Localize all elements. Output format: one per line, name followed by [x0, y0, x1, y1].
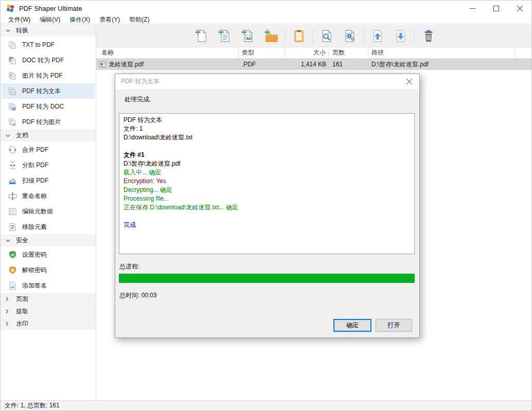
sidebar-item-scan-pdf[interactable]: 扫描 PDF [2, 173, 95, 188]
log-line: Decrypting... 确定 [123, 186, 410, 194]
chevron-down-icon [6, 238, 12, 244]
sidebar-item-remove-elements[interactable]: 移除元素 [2, 219, 95, 235]
toolbar-separator [363, 28, 364, 44]
sidebar-item-unlock-password[interactable]: 解锁密码 [2, 262, 95, 278]
status-bar: 文件: 1, 总页数: 161 [1, 400, 531, 410]
file-size-cell: 1,414 KB [285, 61, 329, 68]
log-line: 完成 [123, 221, 410, 229]
sidebar-item-add-signature[interactable]: 添加签名 [2, 278, 95, 293]
window-titlebar[interactable]: PDF Shaper Ultimate [1, 1, 531, 16]
section-label: 水印 [16, 319, 28, 328]
sidebar-section-document[interactable]: 文档 [1, 130, 96, 141]
pdf-to-image-icon [8, 117, 17, 127]
open-button[interactable]: 打开 [376, 319, 412, 332]
dialog-titlebar[interactable]: PDF 转为文本 [115, 74, 419, 89]
sidebar-item-label: 分割 PDF [22, 161, 48, 170]
sidebar-section-security[interactable]: 安全 [1, 235, 96, 246]
move-down-icon[interactable] [393, 28, 409, 44]
menu-file[interactable]: 文件(W) [4, 16, 35, 24]
add-folder-icon[interactable] [263, 28, 279, 44]
sidebar-item-split-pdf[interactable]: 分割 PDF [2, 157, 95, 173]
sidebar-item-label: 合并 PDF [22, 146, 48, 154]
column-header-path[interactable]: 路径 [368, 47, 515, 59]
menu-edit[interactable]: 编辑(V) [35, 16, 65, 24]
menu-help[interactable]: 帮助(Z) [125, 16, 154, 24]
txt-to-pdf-icon [8, 40, 17, 49]
close-icon[interactable] [508, 1, 531, 16]
section-label: 安全 [16, 236, 28, 245]
table-row[interactable]: 龙岭迷窟.pdf .PDF 1,414 KB 161 D:\暂存\龙岭迷窟.pd… [96, 59, 531, 70]
dialog-close-icon[interactable] [399, 74, 419, 89]
sidebar-section-extract[interactable]: 提取 [1, 306, 96, 317]
paste-icon[interactable] [291, 28, 307, 44]
split-pdf-icon [8, 160, 17, 170]
sidebar-item-edit-metadata[interactable]: 编辑元数据 [2, 204, 95, 219]
sidebar-item-label: 移除元素 [22, 223, 47, 231]
add-image-file-icon[interactable] [240, 28, 256, 44]
menu-actions[interactable]: 操作(X) [65, 16, 95, 24]
sidebar-section-convert[interactable]: 转换 [1, 25, 96, 37]
sidebar-item-set-password[interactable]: 设置密码 [2, 247, 95, 262]
pdf-shaper-window: { "window": { "title": "PDF Shaper Ultim… [0, 0, 532, 411]
sidebar-item-label: TXT to PDF [22, 41, 55, 48]
sidebar-item-image-to-pdf[interactable]: 图片 转为 PDF [2, 68, 95, 83]
pdf-file-icon [99, 61, 106, 68]
add-file-icon[interactable] [194, 28, 209, 44]
sidebar-item-label: DOC 转为 PDF [22, 56, 64, 65]
log-line: D:\download\龙岭迷窟.txt [123, 133, 410, 142]
dialog-status-text: 处理完成. [125, 95, 151, 104]
image-to-pdf-icon [8, 71, 17, 80]
log-line: Processing file... [123, 194, 410, 203]
sidebar-item-txt-to-pdf[interactable]: TXT to PDF [2, 37, 95, 52]
window-controls [460, 1, 531, 16]
log-line [123, 142, 410, 151]
preview-icon[interactable] [319, 28, 334, 44]
sidebar-item-doc-to-pdf[interactable]: W DOC 转为 PDF [2, 52, 95, 68]
delete-icon[interactable] [421, 28, 436, 44]
log-line: 文件: 1 [123, 124, 410, 133]
set-password-icon [8, 250, 17, 259]
log-line: 载入中... 确定 [123, 168, 410, 177]
sidebar-item-label: 设置密码 [22, 251, 47, 259]
column-header-name[interactable]: 名称 [96, 47, 239, 59]
progress-bar-fill [119, 274, 415, 283]
scan-pdf-icon [8, 176, 17, 185]
column-header-pages[interactable]: 页数 [329, 47, 368, 59]
move-up-icon[interactable] [370, 28, 385, 44]
log-line: 正在保存 D:\download\龙岭迷窟.txt... 确定 [123, 203, 410, 212]
sidebar-item-label: 扫描 PDF [22, 176, 48, 185]
chevron-right-icon [6, 309, 12, 315]
menu-view[interactable]: 查看(Y) [95, 16, 125, 24]
sidebar-item-pdf-to-image[interactable]: PDF 转为图片 [2, 114, 95, 130]
maximize-icon[interactable] [484, 1, 508, 16]
log-line: PDF 转为文本 [123, 116, 410, 124]
progress-label: 总进程: [119, 262, 139, 271]
sidebar-item-label: 图片 转为 PDF [22, 72, 63, 80]
conversion-log[interactable]: PDF 转为文本 文件: 1 D:\download\龙岭迷窟.txt 文件 #… [119, 113, 415, 254]
file-path-cell: D:\暂存\龙岭迷窟.pdf [368, 60, 515, 69]
toolbar-separator [285, 28, 285, 44]
sidebar-section-pages[interactable]: 页面 [1, 293, 96, 305]
chevron-down-icon [6, 28, 12, 34]
total-time-label: 总时间: 00:03 [119, 291, 157, 300]
menu-bar: 文件(W) 编辑(V) 操作(X) 查看(Y) 帮助(Z) [1, 16, 531, 24]
chevron-down-icon [6, 133, 12, 139]
sidebar: 转换 TXT to PDF W [1, 25, 96, 400]
sidebar-section-watermark[interactable]: 水印 [1, 318, 96, 330]
doc-to-pdf-icon: W [8, 56, 17, 65]
toolbar-separator [312, 28, 313, 44]
add-text-file-icon[interactable] [217, 28, 233, 44]
ok-button[interactable]: 确定 [333, 319, 371, 332]
minimize-icon[interactable] [460, 1, 484, 16]
sidebar-item-rename[interactable]: 重命名称 [2, 188, 95, 204]
sidebar-item-label: PDF 转为图片 [22, 118, 61, 127]
column-header-type[interactable]: 类型 [239, 47, 285, 59]
log-line: 文件 #1 [123, 151, 410, 159]
sidebar-item-pdf-to-text[interactable]: PDF 转为文本 [2, 83, 95, 99]
process-options-icon[interactable] [342, 28, 358, 44]
merge-pdf-icon [8, 145, 17, 154]
add-signature-icon [8, 281, 17, 290]
column-header-size[interactable]: 大小 [285, 47, 329, 59]
sidebar-item-pdf-to-doc[interactable]: W PDF 转为 DOC [2, 99, 95, 114]
sidebar-item-merge-pdf[interactable]: 合并 PDF [2, 142, 95, 157]
